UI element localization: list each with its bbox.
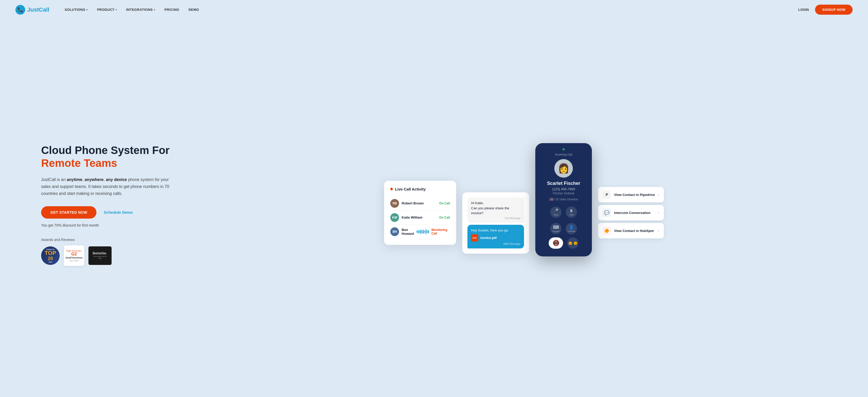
phone-controls-bottom: ⌨ Keypad 👤 Transfer [550,223,577,234]
keypad-button[interactable]: ⌨ Keypad [550,223,561,234]
agent-name-robert: Robert Brown [402,201,437,205]
pdf-icon: PDF [471,234,478,242]
keypad-icon: ⌨ [553,225,559,230]
phone-notch [563,148,565,150]
agent-name-ben: Ben Howard [402,228,414,235]
status-robert: On Call [439,202,450,205]
phone-caller-name: Scarlet Fischer [547,181,580,186]
hero-left: Cloud Phone System For Remote Teams Just… [41,144,175,266]
login-link[interactable]: LOGIN [798,8,809,11]
chat-card: Hi Katie,Can you please share the invoic… [462,192,529,254]
intercom-icon: 💬 [603,208,611,217]
phone-incoming-label: Incoming Call [555,153,572,156]
phone-caller-number: (123) 456-7890 [552,187,575,191]
hold-icon: ⏸ [569,208,574,213]
hero-section: Cloud Phone System For Remote Teams Just… [0,19,868,396]
signup-button[interactable]: SIGNUP NOW [815,5,852,15]
schedule-demo-link[interactable]: Schedule Demo [104,210,133,215]
chevron-right-icon: › [658,229,659,233]
end-call-button[interactable]: 📵 [549,237,563,249]
end-call-icon: 📵 [553,240,559,246]
hero-title: Cloud Phone System For Remote Teams [41,144,175,170]
intercom-label: Intercom Conversation [614,211,655,215]
get-started-button[interactable]: GET STARTED NOW [41,206,96,219]
call-row-katie: KW Katie William On Call [390,210,450,225]
hubspot-label: View Contact in HubSpot [614,229,655,233]
live-call-card: Live Call Activity RB Robert Brown On Ca… [384,181,456,245]
hero-description: JustCall is an anytime, anywhere, any de… [41,176,175,197]
pdf-filename: invoice.pdf [480,236,496,240]
agent-name-katie: Katie William [402,216,437,219]
status-katie: On Call [439,216,450,219]
chat-incoming-label: MMS Message [471,243,520,245]
hero-right: Live Call Activity RB Robert Brown On Ca… [195,143,852,267]
chat-incoming: Hey Scarlet, here you go: PDF invoice.pd… [467,225,524,249]
discount-text: You get 70% discount for first month [41,223,175,227]
awards-label: Awards and Reviews [41,238,175,242]
avatar-katie: KW [390,213,399,222]
transfer-icon: 👤 [569,225,574,230]
phone-end-row: 📵 ⏺⏺ [549,237,579,249]
live-call-header: Live Call Activity [390,187,450,191]
avatar-ben: BH [390,227,399,236]
nav-solutions[interactable]: SOLUTIONS ▾ [65,8,88,11]
call-row-robert: RB Robert Brown On Call [390,196,450,210]
phone-controls-top: 🎤 Mute ⏸ Hold [550,206,577,218]
hubspot-icon: 🔶 [603,227,611,235]
pipedrive-icon: P [603,191,611,199]
logo-text: JustCall [27,6,50,13]
crm-sidebar: P View Contact in Pipedrive › 💬 Intercom… [598,187,663,238]
chevron-right-icon: › [658,193,659,197]
transfer-button[interactable]: 👤 Transfer [566,223,577,234]
chat-outgoing-label: Text Message [471,217,520,220]
phone-caller-company: Fischer Outlook [553,192,575,195]
crm-pipedrive[interactable]: P View Contact in Pipedrive › [598,187,663,202]
nav-right: LOGIN SIGNUP NOW [798,5,852,15]
mute-icon: 🎤 [553,208,558,213]
navbar: 📞 JustCall SOLUTIONS ▾ PRODUCT ▾ INTEGRA… [0,0,868,19]
chevron-down-icon: ▾ [86,8,88,11]
hold-button[interactable]: ⏸ Hold [566,206,577,218]
hero-title-highlight: Remote Teams [41,157,175,170]
chevron-down-icon: ▾ [116,8,117,11]
capterra-badge: Capterra TOP 20 2019 [41,246,60,265]
avatar-robert: RB [390,199,399,208]
nav-links: SOLUTIONS ▾ PRODUCT ▾ INTEGRATIONS ▾ PRI… [65,8,798,11]
nav-integrations[interactable]: INTEGRATIONS ▾ [126,8,155,11]
nav-product[interactable]: PRODUCT ▾ [97,8,117,11]
logo-icon: 📞 [16,5,25,15]
nav-demo[interactable]: DEMO [188,8,199,11]
awards-list: Capterra TOP 20 2019 High Performer G2 S… [41,245,175,266]
status-ben: Monitoring Call [431,228,450,235]
g2-badge: High Performer G2 Small Business FALL 20… [64,245,84,266]
us-flag-icon: 🇺🇸 [549,197,554,201]
waveform-ben [416,229,429,234]
chat-file-attachment: PDF invoice.pdf [471,234,520,242]
voicemail-icon: ⏺⏺ [568,240,578,246]
deloitte-badge: Deloitte. Technology Fast 502018 [88,246,112,265]
chevron-down-icon: ▾ [154,8,155,11]
hero-cta-row: GET STARTED NOW Schedule Demo [41,206,175,219]
crm-hubspot[interactable]: 🔶 View Contact in HubSpot › [598,223,663,238]
phone-caller-avatar: 👩 [554,159,573,178]
phone-mock: Incoming Call 👩 Scarlet Fischer (123) 45… [535,143,592,256]
svg-text:📞: 📞 [18,7,23,12]
crm-intercom[interactable]: 💬 Intercom Conversation › [598,205,663,220]
chat-incoming-text: Hey Scarlet, here you go: [471,228,520,233]
awards-section: Awards and Reviews Capterra TOP 20 2019 … [41,238,175,266]
chat-outgoing-text: Hi Katie,Can you please share the invoic… [471,201,520,216]
pipedrive-label: View Contact in Pipedrive [614,193,655,197]
phone-line: 🇺🇸 US Sales Deskline [549,197,578,201]
mute-button[interactable]: 🎤 Mute [550,206,561,218]
live-call-title: Live Call Activity [395,187,426,191]
chat-outgoing: Hi Katie,Can you please share the invoic… [467,197,524,223]
logo[interactable]: 📞 JustCall [16,5,50,15]
live-indicator [390,188,393,190]
nav-pricing[interactable]: PRICING [164,8,179,11]
chevron-right-icon: › [658,210,659,215]
call-row-ben: BH Ben Howard Monitoring Call [390,225,450,239]
voicemail-button[interactable]: ⏺⏺ [567,237,579,249]
